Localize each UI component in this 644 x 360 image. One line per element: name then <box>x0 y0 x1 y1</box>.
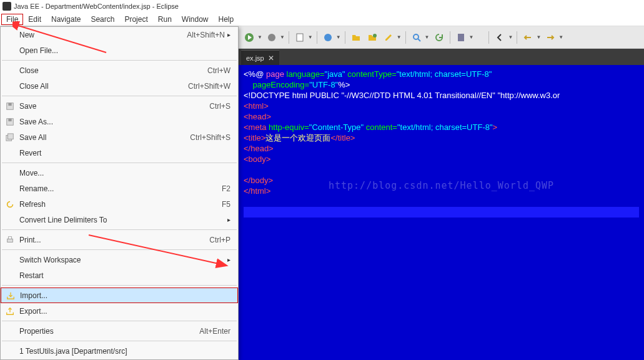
menu-item-shortcut: Ctrl+P <box>209 236 230 244</box>
menu-item-label: Print... <box>17 236 209 244</box>
bookmark-button[interactable] <box>454 31 468 44</box>
svg-point-13 <box>414 34 419 39</box>
menu-project[interactable]: Project <box>119 14 152 25</box>
blank-icon <box>3 255 17 265</box>
menu-search[interactable]: Search <box>86 14 119 25</box>
svg-rect-14 <box>458 34 464 41</box>
code-line: <body> <box>244 154 639 164</box>
svg-point-12 <box>373 34 377 38</box>
save-icon <box>3 101 17 111</box>
new-button[interactable] <box>293 31 307 44</box>
menu-bar: FileEditNavigateSearchProjectRunWindowHe… <box>0 12 644 26</box>
file-menu-revert[interactable]: Revert <box>1 145 238 161</box>
menu-run[interactable]: Run <box>153 14 177 25</box>
menu-item-shortcut: Ctrl+Shift+W <box>188 82 230 91</box>
file-menu-open-file---[interactable]: Open File... <box>1 42 238 58</box>
file-menu-dropdown: NewAlt+Shift+N▸Open File...CloseCtrl+WCl… <box>0 26 239 360</box>
code-line: <!DOCTYPE html PUBLIC "-//W3C//DTD HTML … <box>244 90 639 101</box>
cursor-line <box>244 207 639 218</box>
editor-tab-active[interactable]: ex.jsp ✕ <box>241 50 279 65</box>
file-menu-save-all[interactable]: Save AllCtrl+Shift+S <box>1 129 238 145</box>
file-menu-refresh[interactable]: RefreshF5 <box>1 196 238 212</box>
svg-rect-7 <box>8 236 11 239</box>
file-menu-rename---[interactable]: Rename...F2 <box>1 181 238 196</box>
menu-separator <box>2 285 237 286</box>
forward-button[interactable] <box>543 31 557 44</box>
svg-rect-3 <box>8 118 11 121</box>
blank-icon <box>3 346 17 356</box>
refresh-button[interactable] <box>432 31 446 44</box>
eclipse-icon <box>2 2 11 11</box>
saveall-icon <box>3 132 17 142</box>
menu-navigate[interactable]: Navigate <box>46 14 86 25</box>
file-menu-close[interactable]: CloseCtrl+W <box>1 62 238 78</box>
file-menu-import---[interactable]: Import... <box>1 288 238 303</box>
save-icon <box>3 117 17 127</box>
nav-prev-button[interactable] <box>493 31 507 44</box>
print-icon <box>3 235 17 245</box>
chevron-right-icon: ▸ <box>227 256 230 263</box>
menu-item-label: Import... <box>17 291 230 300</box>
title-bar: Java EE - Department/WebContent/index.js… <box>0 0 644 12</box>
menu-item-shortcut: Ctrl+S <box>209 102 230 111</box>
editor-area: ex.jsp ✕ <%@ page language="java" conten… <box>239 49 644 360</box>
menu-separator <box>2 96 237 96</box>
back-button[interactable] <box>521 31 535 44</box>
file-menu-convert-line-delimiters-to[interactable]: Convert Line Delimiters To▸ <box>1 212 238 228</box>
blank-icon <box>3 66 17 76</box>
blank-icon <box>3 46 17 56</box>
menu-item-label: Revert <box>17 149 230 158</box>
menu-item-label: New <box>17 31 187 39</box>
blank-icon <box>3 148 17 158</box>
code-line: <title>这是一个欢迎页面</title> <box>244 132 639 143</box>
menu-edit[interactable]: Edit <box>23 14 46 25</box>
file-menu-export---[interactable]: Export... <box>1 303 238 319</box>
menu-item-label: Move... <box>17 169 230 178</box>
file-menu-properties[interactable]: PropertiesAlt+Enter <box>1 323 238 339</box>
svg-rect-6 <box>7 239 13 242</box>
open-folder-button[interactable] <box>349 31 363 44</box>
menu-item-label: Save All <box>17 133 190 142</box>
close-icon[interactable]: ✕ <box>268 54 274 62</box>
file-menu-1-testutils-java---department-src-[interactable]: 1 TestUtils.java [Department/src] <box>1 343 238 359</box>
svg-point-9 <box>268 34 275 41</box>
blank-icon <box>3 184 17 194</box>
menu-item-label: Open File... <box>17 46 230 55</box>
code-editor[interactable]: <%@ page language="java" contentType="te… <box>239 65 644 360</box>
code-line: <meta http-equiv="Content-Type" content=… <box>244 122 639 132</box>
blank-icon <box>3 30 17 40</box>
menu-separator <box>2 162 237 163</box>
menu-item-shortcut: Ctrl+W <box>207 66 230 75</box>
menu-item-label: Switch Workspace <box>17 256 225 264</box>
menu-help[interactable]: Help <box>214 14 239 25</box>
globe-button[interactable] <box>321 31 335 44</box>
file-menu-save[interactable]: SaveCtrl+S <box>1 98 238 114</box>
menu-file[interactable]: File <box>1 14 23 25</box>
code-line: <%@ page language="java" contentType="te… <box>244 69 639 79</box>
file-menu-move---[interactable]: Move... <box>1 165 238 181</box>
file-menu-switch-workspace[interactable]: Switch Workspace▸ <box>1 252 238 268</box>
debug-button[interactable] <box>265 31 279 44</box>
run-button[interactable] <box>242 31 256 44</box>
menu-item-label: Refresh <box>17 200 222 209</box>
menu-item-label: Close <box>17 66 207 75</box>
window-title: Java EE - Department/WebContent/index.js… <box>14 2 179 10</box>
blank-icon <box>3 81 17 91</box>
blank-icon <box>3 326 17 336</box>
menu-item-label: Rename... <box>17 184 222 193</box>
file-menu-new[interactable]: NewAlt+Shift+N▸ <box>1 27 238 42</box>
menu-window[interactable]: Window <box>177 14 214 25</box>
code-line: </head> <box>244 143 639 154</box>
menu-item-label: Save As... <box>17 118 230 126</box>
file-menu-print---[interactable]: Print...Ctrl+P <box>1 232 238 248</box>
file-menu-restart[interactable]: Restart <box>1 268 238 283</box>
svg-rect-1 <box>8 102 11 105</box>
menu-separator <box>2 229 237 230</box>
file-menu-close-all[interactable]: Close AllCtrl+Shift+W <box>1 78 238 94</box>
search-button[interactable] <box>410 31 424 44</box>
menu-separator <box>2 60 237 61</box>
file-menu-save-as---[interactable]: Save As... <box>1 114 238 129</box>
editor-tab-label: ex.jsp <box>246 54 264 62</box>
save-button[interactable] <box>365 31 379 44</box>
edit-button[interactable] <box>382 31 395 44</box>
